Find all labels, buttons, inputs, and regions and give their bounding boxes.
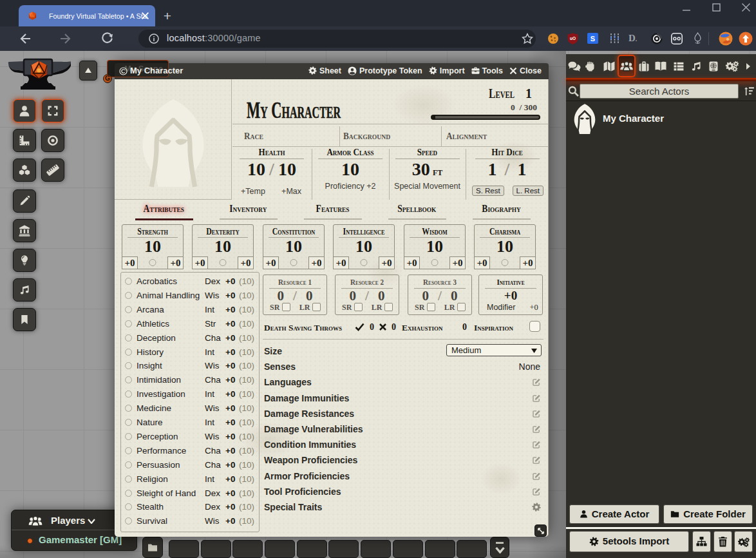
svg-text:uO: uO (570, 36, 576, 41)
svg-text:S: S (591, 35, 595, 43)
